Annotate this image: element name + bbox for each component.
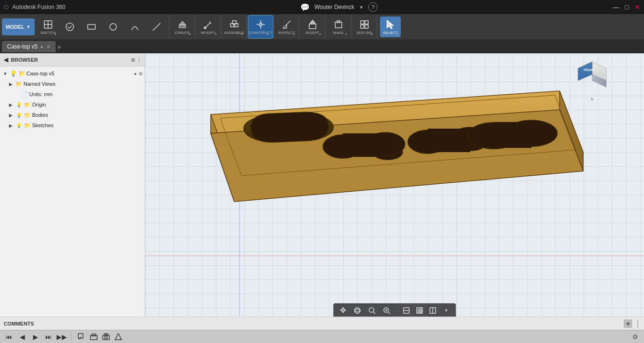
timeline-goto-end-button[interactable]: ⏭ bbox=[43, 332, 54, 342]
make-arrow: ▾ bbox=[345, 33, 347, 36]
timeline-view-buttons bbox=[76, 332, 124, 342]
sketches-eye-icon[interactable]: 💡 bbox=[15, 122, 23, 129]
origin-expand-icon[interactable]: ▶ bbox=[8, 102, 14, 107]
timeline-step-back-button[interactable]: ◀ bbox=[17, 332, 27, 342]
construct-group: CONSTRUCT ▾ bbox=[248, 15, 273, 39]
app-title: Autodesk Fusion 360 bbox=[12, 4, 66, 10]
sketch-circle-button[interactable] bbox=[103, 16, 124, 37]
viewport[interactable]: FRONT N ✥ bbox=[145, 53, 644, 317]
bodies-expand-icon[interactable]: ▶ bbox=[8, 113, 14, 118]
insert-button[interactable]: INSERT ▾ bbox=[302, 16, 323, 37]
create-label: CREATE bbox=[175, 31, 190, 35]
orbit-button[interactable] bbox=[351, 305, 364, 316]
timeline-settings-button[interactable]: ⚙ bbox=[630, 332, 640, 342]
tab-expand-icon[interactable]: » bbox=[58, 43, 61, 50]
timeline-goto-start-button[interactable]: ⏮ bbox=[4, 332, 14, 342]
addins-arrow: ▾ bbox=[371, 33, 373, 36]
help-button[interactable]: ? bbox=[368, 2, 378, 12]
maximize-button[interactable]: □ bbox=[625, 3, 629, 11]
user-chevron-icon[interactable]: ▼ bbox=[359, 5, 363, 10]
sketch-rect-button[interactable] bbox=[81, 16, 102, 37]
root-visibility-icon[interactable]: ● bbox=[134, 71, 137, 76]
zoom-extent-button[interactable] bbox=[380, 305, 393, 316]
select-label: SELECT bbox=[383, 31, 397, 35]
browser-collapse-btn[interactable]: ≡ bbox=[131, 56, 135, 64]
notification-icon[interactable]: 💬 bbox=[300, 3, 310, 12]
origin-folder-icon: 📁 bbox=[24, 101, 31, 108]
pan-button[interactable]: ✥ bbox=[336, 305, 349, 316]
sketch-create-button[interactable]: SKETCH ▾ bbox=[38, 16, 58, 37]
display-mode-buttons: ▾ bbox=[399, 304, 453, 317]
titlebar-left: ⬡ Autodesk Fusion 360 bbox=[4, 4, 66, 10]
view-cube[interactable]: FRONT N bbox=[573, 58, 611, 96]
make-button[interactable]: MAKE ▾ bbox=[328, 16, 349, 37]
addins-group: ADD-INS ▾ bbox=[352, 15, 377, 39]
comments-add-button[interactable]: + bbox=[624, 319, 632, 328]
sketch-line-button[interactable] bbox=[146, 16, 167, 37]
timeline-camera-icon-button[interactable] bbox=[100, 332, 112, 342]
svg-rect-25 bbox=[361, 25, 364, 28]
svg-marker-8 bbox=[179, 21, 186, 25]
svg-rect-4 bbox=[88, 24, 95, 29]
tree-sketches[interactable]: ▶ 💡 📁 Sketches bbox=[0, 120, 145, 131]
display-full-button[interactable] bbox=[400, 305, 413, 316]
root-settings-icon[interactable]: ⚙ bbox=[139, 71, 143, 76]
svg-point-15 bbox=[259, 23, 262, 26]
svg-point-5 bbox=[110, 24, 116, 30]
origin-eye-icon[interactable]: 💡 bbox=[15, 101, 23, 108]
timeline: ⏮ ◀ ▶ ⏭ ▶▶ bbox=[0, 330, 644, 343]
user-name[interactable]: Wouter Devinck bbox=[314, 4, 354, 10]
display-options-button[interactable]: ▾ bbox=[439, 305, 453, 316]
svg-rect-23 bbox=[361, 21, 364, 24]
finish-sketch-button[interactable] bbox=[59, 16, 80, 37]
svg-marker-20 bbox=[310, 20, 315, 23]
addins-button[interactable]: ADD-INS ▾ bbox=[354, 16, 375, 37]
tree-root[interactable]: ▼ 💡 📁 Case-top v5 ● ⚙ bbox=[0, 68, 145, 79]
tree-bodies[interactable]: ▶ 💡 📁 Bodies bbox=[0, 110, 145, 120]
sketch-arc-button[interactable] bbox=[124, 16, 145, 37]
toolbar: MODEL ▼ SKETCH ▾ bbox=[0, 14, 644, 40]
browser-pin-btn[interactable]: │ bbox=[138, 57, 141, 63]
browser-tree: ▼ 💡 📁 Case-top v5 ● ⚙ ▶ 📁 Named Views 📄 … bbox=[0, 66, 145, 317]
model-dropdown[interactable]: MODEL ▼ bbox=[2, 18, 35, 35]
inspect-button[interactable]: INSPECT ▾ bbox=[276, 16, 297, 37]
tabbar: Case-top v5 ● ✕ » bbox=[0, 40, 644, 53]
tree-units[interactable]: 📄 Units: mm bbox=[0, 89, 145, 99]
assemble-button[interactable]: ASSEMBLE ▾ bbox=[224, 16, 245, 37]
svg-rect-22 bbox=[337, 21, 340, 23]
zoom-fit-button[interactable] bbox=[365, 305, 379, 316]
close-window-button[interactable]: ✕ bbox=[635, 3, 640, 11]
named-views-expand-icon[interactable]: ▶ bbox=[8, 82, 14, 87]
root-expand-icon[interactable]: ▼ bbox=[2, 71, 8, 76]
timeline-section-icon-button[interactable] bbox=[113, 332, 124, 342]
model-chevron-icon: ▼ bbox=[26, 24, 31, 29]
timeline-component-icon-button[interactable] bbox=[88, 332, 99, 342]
browser-collapse-icon[interactable]: ◀ bbox=[4, 57, 8, 63]
bodies-label: Bodies bbox=[32, 112, 143, 118]
display-split-button[interactable] bbox=[426, 305, 439, 316]
timeline-sketch-icon-button[interactable] bbox=[76, 332, 87, 342]
tree-named-views[interactable]: ▶ 📁 Named Views bbox=[0, 79, 145, 89]
select-button[interactable]: SELECT ▾ bbox=[380, 16, 401, 37]
timeline-play-button[interactable]: ▶▶ bbox=[57, 332, 67, 342]
minimize-button[interactable]: — bbox=[613, 3, 619, 11]
create-extrude-button[interactable]: CREATE ▾ bbox=[172, 16, 193, 37]
tab-close-button[interactable]: ✕ bbox=[46, 44, 50, 50]
tree-origin[interactable]: ▶ 💡 📁 Origin bbox=[0, 99, 145, 110]
construct-button[interactable]: CONSTRUCT ▾ bbox=[250, 16, 271, 37]
inspect-label: INSPECT bbox=[278, 31, 295, 35]
display-grid-button[interactable] bbox=[413, 305, 426, 316]
named-views-folder-icon: 📁 bbox=[15, 80, 23, 88]
svg-rect-21 bbox=[335, 22, 342, 28]
modify-button[interactable]: MODIFY ▾ bbox=[198, 16, 219, 37]
active-tab[interactable]: Case-top v5 ● ✕ bbox=[2, 41, 56, 52]
sketches-label: Sketches bbox=[32, 122, 143, 128]
timeline-step-forward-button[interactable]: ▶ bbox=[30, 332, 41, 342]
sketches-expand-icon[interactable]: ▶ bbox=[8, 123, 14, 128]
compass-n[interactable]: N bbox=[591, 97, 594, 101]
comments-label: COMMENTS bbox=[4, 321, 34, 327]
bodies-eye-icon[interactable]: 💡 bbox=[15, 111, 23, 119]
construct-arrow: ▾ bbox=[267, 33, 269, 36]
svg-line-59 bbox=[373, 312, 375, 314]
create-arrow: ▾ bbox=[189, 33, 191, 36]
